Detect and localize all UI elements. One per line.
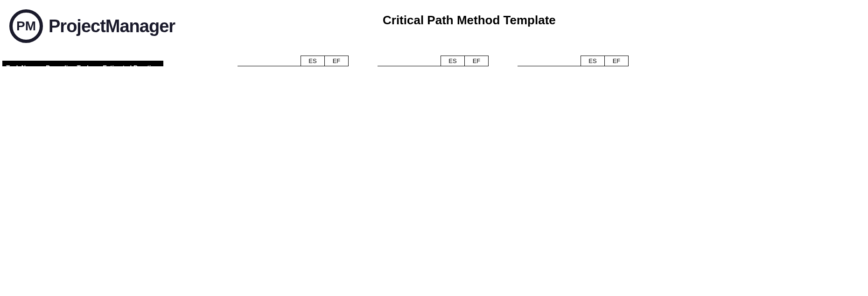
task-id: E — [561, 66, 580, 66]
ef-label: EF — [324, 56, 349, 66]
ef-label: EF — [464, 56, 489, 66]
activity-node-A: ES EF Task Name A 0 12 Duration 12 0 12 … — [238, 56, 359, 66]
es-label: ES — [581, 56, 605, 66]
col-header-prec: Preceding Tasks — [42, 61, 98, 67]
task-id: A — [281, 66, 300, 66]
taskname-label: Task Name — [518, 66, 562, 66]
col-header-dur: Estimated Duration — [98, 61, 163, 67]
task-table: Task Name Preceding Tasks Estimated Dura… — [2, 61, 163, 66]
task-id: C — [421, 66, 440, 66]
taskname-label: Task Name — [238, 66, 282, 66]
cpm-diagram: Start ES EF Task Name A 0 12 Duration 12… — [173, 56, 854, 66]
taskname-label: Task Name — [378, 66, 422, 66]
pm-logo-icon: PM — [9, 9, 43, 43]
es-value: 12 — [440, 66, 464, 66]
activity-node-C: ES EF Task Name C 12 27 Duration 15 12 2… — [378, 56, 499, 66]
es-label: ES — [441, 56, 465, 66]
es-value: 27 — [580, 66, 604, 66]
ef-value: 37 — [603, 66, 628, 66]
ef-value: 27 — [463, 66, 488, 66]
activity-node-E: ES EF Task Name E 27 37 Duration 10 27 3… — [518, 56, 639, 66]
ef-value: 12 — [323, 66, 348, 66]
page-title: Critical Path Method Template — [383, 13, 556, 28]
ef-label: EF — [604, 56, 629, 66]
brand-name: ProjectManager — [49, 16, 175, 36]
es-value: 0 — [300, 66, 324, 66]
es-label: ES — [301, 56, 325, 66]
col-header-name: Task Name — [3, 61, 42, 67]
